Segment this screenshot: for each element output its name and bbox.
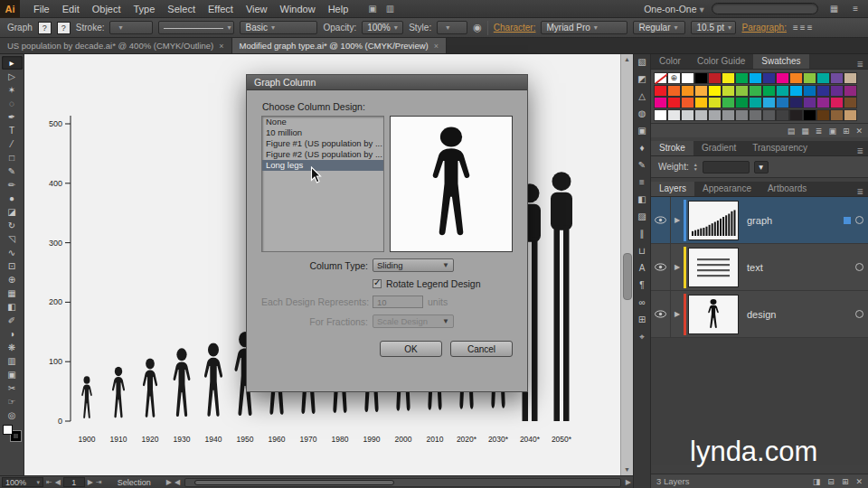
menu-object[interactable]: Object bbox=[86, 0, 127, 18]
swatch-none[interactable] bbox=[654, 72, 667, 84]
delete-swatch-icon[interactable]: ✕ bbox=[855, 127, 863, 136]
swatch-kinds-icon[interactable]: ▦ bbox=[801, 127, 809, 136]
paintbrush-tool[interactable]: ✎ bbox=[2, 164, 23, 178]
panel-menu-icon[interactable]: ≣ bbox=[856, 60, 868, 69]
launch-bridge-icon[interactable]: ▣ bbox=[363, 4, 381, 14]
swatch-color[interactable] bbox=[749, 109, 762, 121]
swatch-color[interactable] bbox=[708, 109, 722, 121]
swatch-color[interactable] bbox=[681, 85, 694, 97]
scroll-down-icon[interactable]: ▼ bbox=[621, 465, 633, 475]
artboards-icon[interactable]: ⊞ bbox=[638, 315, 646, 324]
menu-effect[interactable]: Effect bbox=[202, 0, 240, 18]
rotate-legend-checkbox[interactable] bbox=[373, 279, 382, 288]
graphic-styles-icon[interactable]: ▣ bbox=[637, 127, 646, 136]
links-icon[interactable]: ∞ bbox=[638, 298, 645, 307]
swatch-color[interactable] bbox=[654, 97, 667, 108]
swatch-color[interactable] bbox=[762, 109, 776, 121]
blob-brush-tool[interactable]: ● bbox=[2, 192, 23, 205]
swatch-color[interactable] bbox=[722, 85, 735, 97]
graphic-style-select[interactable]: ▾ bbox=[437, 21, 467, 34]
cs-services-icon[interactable]: ▦ bbox=[826, 4, 843, 14]
layers-tab-appearance[interactable]: Appearance bbox=[694, 182, 760, 196]
swatch-color[interactable] bbox=[762, 85, 776, 97]
swatch-color[interactable] bbox=[749, 97, 762, 108]
swatch-color[interactable] bbox=[654, 85, 667, 97]
design-option-figure-2-us-population-by-[interactable]: Figure #2 (US population by ... bbox=[262, 149, 383, 160]
swatch-color[interactable] bbox=[681, 97, 694, 108]
appearance-icon[interactable]: ◍ bbox=[638, 109, 646, 118]
design-option-figure-1-us-population-by-[interactable]: Figure #1 (US population by ... bbox=[262, 138, 383, 149]
swatch-color[interactable] bbox=[844, 109, 857, 121]
brush-definition-select[interactable]: Basic▾ bbox=[240, 21, 317, 34]
opacity-select[interactable]: 100%▾ bbox=[362, 21, 403, 34]
target-circle-icon[interactable] bbox=[855, 263, 863, 271]
stroke-tab-gradient[interactable]: Gradient bbox=[693, 141, 744, 155]
swatch-color[interactable] bbox=[776, 97, 789, 108]
swatch-color[interactable] bbox=[789, 109, 803, 121]
panel-menu-icon[interactable]: ≣ bbox=[856, 146, 868, 155]
swatch-color[interactable] bbox=[830, 97, 844, 108]
stroke-icon[interactable]: ≡ bbox=[639, 178, 645, 187]
status-indicator[interactable]: Selection bbox=[105, 478, 164, 487]
artboard-tool[interactable]: ▣ bbox=[2, 368, 23, 381]
hscroll-right-icon[interactable]: ▶ bbox=[626, 478, 631, 486]
swatch-color[interactable] bbox=[844, 97, 857, 108]
swatch-color[interactable] bbox=[844, 85, 857, 97]
fill-stroke-wells[interactable] bbox=[3, 425, 21, 441]
free-transform-tool[interactable]: ⊡ bbox=[2, 259, 23, 273]
swatch-color[interactable] bbox=[667, 97, 681, 108]
eraser-tool[interactable]: ◪ bbox=[2, 205, 23, 219]
swatch-color[interactable] bbox=[654, 109, 667, 121]
line-segment-tool[interactable]: ⁄ bbox=[2, 137, 23, 151]
hscroll-left-icon[interactable]: ◀ bbox=[175, 478, 180, 486]
menu-select[interactable]: Select bbox=[161, 0, 202, 18]
recolor-artwork-icon[interactable]: ◉ bbox=[473, 22, 482, 33]
symbol-sprayer-tool[interactable]: ❋ bbox=[2, 341, 23, 354]
scale-tool[interactable]: ◹ bbox=[2, 232, 23, 246]
canvas-horizontal-scrollbar[interactable] bbox=[184, 478, 621, 487]
swatch-color[interactable] bbox=[844, 72, 857, 84]
rectangle-tool[interactable]: □ bbox=[2, 151, 23, 164]
prev-artboard-icon[interactable]: ◀ bbox=[55, 478, 61, 486]
swatch-color[interactable] bbox=[776, 72, 789, 84]
gradient-icon[interactable]: ◧ bbox=[637, 195, 646, 204]
visibility-eye-icon[interactable] bbox=[651, 197, 671, 243]
column-graph-tool[interactable]: ▥ bbox=[2, 354, 23, 368]
swatches-tab-color-guide[interactable]: Color Guide bbox=[689, 54, 753, 69]
swatch-color[interactable] bbox=[762, 72, 776, 84]
shape-builder-tool[interactable]: ⊕ bbox=[2, 273, 23, 286]
hand-tool[interactable]: ☞ bbox=[2, 395, 23, 408]
expand-triangle-icon[interactable]: ▶ bbox=[671, 310, 684, 318]
stroke-color-well[interactable]: ? bbox=[57, 22, 71, 34]
direct-selection-tool[interactable]: ▷ bbox=[2, 70, 23, 83]
weight-value-field[interactable] bbox=[703, 161, 750, 174]
swatch-color[interactable] bbox=[735, 97, 749, 108]
first-artboard-icon[interactable]: ⇤ bbox=[46, 478, 52, 486]
swatch-color[interactable] bbox=[816, 85, 830, 97]
swatch-color[interactable] bbox=[735, 109, 749, 121]
document-tab-2[interactable]: Modified graph type.ai* @ 100% (CMYK/Pre… bbox=[232, 38, 448, 53]
layers-tab-layers[interactable]: Layers bbox=[651, 182, 694, 196]
menu-view[interactable]: View bbox=[240, 0, 274, 18]
swatch-color[interactable] bbox=[803, 97, 816, 108]
swatch-color[interactable] bbox=[789, 72, 803, 84]
swatch-color[interactable] bbox=[681, 109, 694, 121]
arrange-documents-icon[interactable]: ▥ bbox=[382, 4, 399, 14]
design-option-long-legs[interactable]: Long legs bbox=[262, 160, 383, 171]
align-center-icon[interactable]: ≡ bbox=[799, 23, 807, 33]
rotate-tool[interactable]: ↻ bbox=[2, 219, 23, 232]
new-layer-icon[interactable]: ⊞ bbox=[842, 477, 849, 486]
blend-tool[interactable]: ◑ bbox=[2, 327, 23, 341]
magic-wand-tool[interactable]: ✶ bbox=[2, 83, 23, 97]
lasso-tool[interactable]: ◌ bbox=[2, 97, 23, 110]
weight-dropdown[interactable]: ▾ bbox=[754, 161, 769, 174]
gradient-tool[interactable]: ◧ bbox=[2, 300, 23, 314]
column-design-list[interactable]: None10 millionFigure #1 (US population b… bbox=[261, 116, 384, 252]
swatch-color[interactable] bbox=[694, 72, 708, 84]
document-tab-1[interactable]: US population by decade.ai* @ 400% (CMYK… bbox=[0, 38, 232, 53]
fill-proxy-well[interactable] bbox=[3, 425, 13, 435]
swatch-color[interactable] bbox=[694, 85, 708, 97]
swatch-color[interactable] bbox=[722, 109, 735, 121]
swatch-color[interactable] bbox=[803, 85, 816, 97]
stroke-weight-select[interactable]: ▾ bbox=[109, 21, 153, 34]
